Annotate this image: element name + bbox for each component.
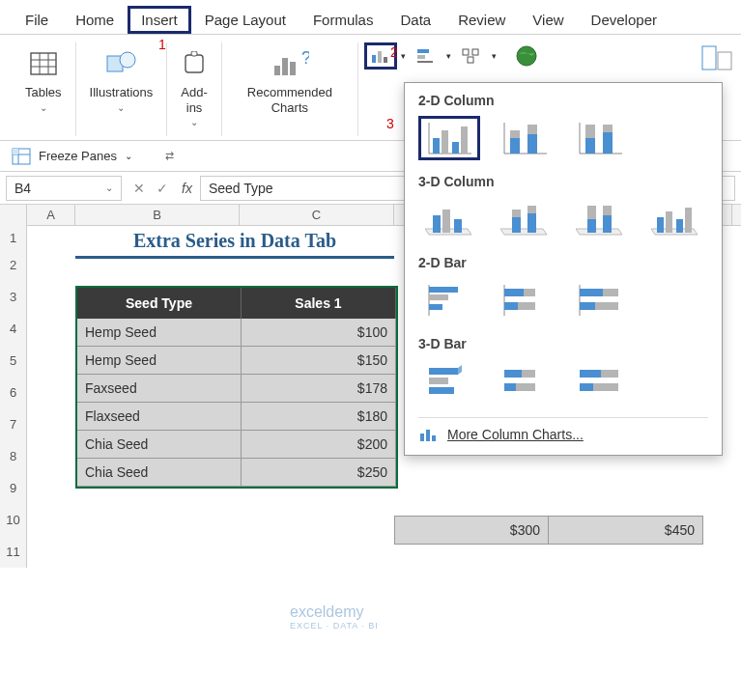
- svg-rect-85: [522, 370, 535, 378]
- fx-icon[interactable]: fx: [174, 181, 200, 196]
- 3d-100-stacked-bar-thumb[interactable]: [569, 359, 631, 404]
- stacked-column-thumb[interactable]: [494, 116, 556, 160]
- row-header[interactable]: 5: [0, 345, 27, 377]
- chevron-down-icon: ▾: [401, 51, 406, 61]
- svg-rect-73: [504, 302, 518, 310]
- freeze-panes-icon: [12, 148, 31, 165]
- row-header[interactable]: 4: [0, 313, 27, 345]
- select-all-corner[interactable]: [0, 205, 27, 226]
- addins-icon: [182, 42, 207, 85]
- tab-data[interactable]: Data: [386, 6, 444, 34]
- row-header[interactable]: 2: [0, 249, 27, 281]
- svg-rect-91: [580, 383, 593, 391]
- chevron-down-icon: ⌄: [125, 151, 132, 161]
- column-chart-icon: [418, 426, 438, 443]
- row-header[interactable]: 6: [0, 377, 27, 408]
- group-tables[interactable]: Tables ⌄: [12, 42, 76, 136]
- annotation-2: 2: [390, 44, 398, 60]
- col-header[interactable]: B: [75, 205, 240, 225]
- table-cell[interactable]: $150: [242, 347, 396, 375]
- group-recommended-charts[interactable]: ? Recommended Charts: [222, 42, 358, 136]
- table-cell[interactable]: Hemp Seed: [77, 347, 242, 375]
- row-header[interactable]: 9: [0, 472, 27, 504]
- 3d-stacked-column-thumb[interactable]: [494, 197, 556, 241]
- svg-rect-50: [454, 219, 462, 233]
- svg-marker-56: [576, 229, 622, 235]
- table-cell[interactable]: Chia Seed: [77, 431, 242, 459]
- recommended-charts-label: Recommended Charts: [247, 85, 332, 115]
- tab-developer[interactable]: Developer: [578, 6, 670, 34]
- row-header[interactable]: 1: [0, 226, 27, 249]
- svg-rect-72: [524, 289, 535, 296]
- 100-stacked-column-thumb[interactable]: [569, 116, 631, 160]
- tab-formulas[interactable]: Formulas: [299, 6, 387, 34]
- more-column-charts-button[interactable]: More Column Charts...: [418, 417, 708, 445]
- svg-rect-24: [718, 52, 731, 70]
- freeze-panes-button[interactable]: Freeze Panes: [39, 149, 117, 163]
- recommended-charts-icon: ?: [271, 42, 309, 85]
- svg-rect-49: [442, 210, 450, 233]
- svg-rect-64: [676, 219, 683, 233]
- svg-rect-63: [666, 211, 672, 233]
- svg-rect-20: [472, 49, 478, 55]
- 3d-column-thumb[interactable]: [644, 197, 706, 241]
- tab-page-layout[interactable]: Page Layout: [191, 6, 299, 34]
- column-chart-dropdown: 2-D Column 3-D Column 2-D Bar: [404, 82, 723, 456]
- tab-view[interactable]: View: [519, 6, 577, 34]
- clustered-column-thumb[interactable]: [418, 116, 480, 160]
- svg-rect-52: [512, 217, 521, 233]
- svg-rect-39: [527, 134, 537, 154]
- table-cell[interactable]: $180: [242, 403, 396, 431]
- cancel-icon[interactable]: ✕: [128, 181, 151, 196]
- group-addins[interactable]: Add- ins ⌄: [167, 42, 221, 136]
- row-header[interactable]: 10: [0, 504, 27, 536]
- stacked-bar-thumb[interactable]: [494, 278, 556, 322]
- maps-button[interactable]: [510, 42, 543, 70]
- table-cell[interactable]: Flaxseed: [77, 403, 242, 431]
- svg-rect-74: [518, 302, 535, 310]
- 3d-stacked-bar-thumb[interactable]: [494, 359, 556, 404]
- 3d-clustered-bar-thumb[interactable]: [418, 359, 480, 404]
- chevron-down-icon: ⌄: [190, 117, 198, 127]
- pivotchart-icon[interactable]: [700, 44, 733, 71]
- row-header[interactable]: 8: [0, 440, 27, 472]
- row-header[interactable]: 7: [0, 408, 27, 440]
- table-cell[interactable]: Faxseed: [77, 375, 242, 403]
- row-header[interactable]: 11: [0, 536, 27, 568]
- tab-review[interactable]: Review: [444, 6, 519, 34]
- table-cell[interactable]: $250: [242, 459, 396, 487]
- svg-rect-83: [429, 387, 454, 394]
- table-cell[interactable]: $200: [242, 431, 396, 459]
- tab-home[interactable]: Home: [62, 6, 128, 34]
- row-header[interactable]: 3: [0, 281, 27, 313]
- qat-overflow-button[interactable]: ⇄: [165, 150, 174, 162]
- table-cell[interactable]: $300: [394, 516, 549, 545]
- 100-stacked-bar-thumb[interactable]: [569, 278, 631, 322]
- insert-bar-chart-button[interactable]: [410, 42, 442, 70]
- col-header[interactable]: C: [240, 205, 394, 225]
- annotation-3: 3: [386, 116, 394, 131]
- svg-rect-86: [504, 383, 516, 391]
- col-header[interactable]: A: [27, 205, 75, 225]
- tab-insert[interactable]: Insert: [128, 6, 191, 34]
- 3d-100-stacked-column-thumb[interactable]: [569, 197, 631, 241]
- group-illustrations[interactable]: Illustrations ⌄: [76, 42, 168, 136]
- chevron-down-icon: ⌄: [117, 102, 125, 113]
- svg-rect-54: [527, 213, 536, 233]
- tab-file[interactable]: File: [12, 6, 62, 34]
- 3d-clustered-column-thumb[interactable]: [418, 197, 480, 241]
- table-cell[interactable]: $450: [549, 516, 703, 545]
- enter-icon[interactable]: ✓: [151, 181, 174, 196]
- data-table: Seed Type Sales 1 Hemp Seed$100 Hemp See…: [75, 286, 398, 489]
- table-cell[interactable]: Chia Seed: [77, 459, 242, 487]
- svg-rect-38: [510, 130, 520, 138]
- name-box[interactable]: B4⌄: [6, 176, 122, 201]
- table-cell[interactable]: Hemp Seed: [77, 319, 242, 347]
- table-cell[interactable]: $100: [242, 319, 396, 347]
- table-cell[interactable]: $178: [242, 375, 396, 403]
- svg-rect-58: [587, 219, 596, 233]
- svg-rect-23: [702, 46, 716, 70]
- svg-rect-8: [191, 51, 197, 56]
- clustered-bar-thumb[interactable]: [418, 278, 480, 322]
- insert-hierarchy-chart-button[interactable]: [455, 42, 488, 70]
